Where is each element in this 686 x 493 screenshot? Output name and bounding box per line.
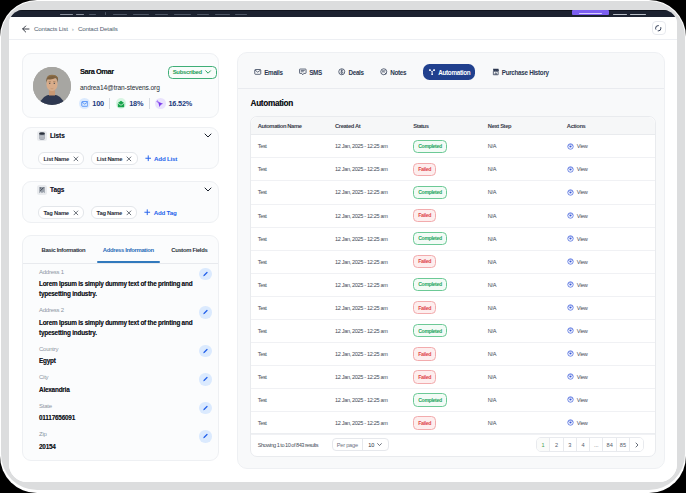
page-button-4[interactable]: 4: [577, 438, 590, 451]
chip: List Name: [91, 152, 137, 165]
remove-chip-icon[interactable]: [126, 156, 132, 162]
status-badge: Completed: [413, 140, 447, 153]
detail-tabs: EmailsSMSDealsNotesAutomationPurchase Hi…: [254, 64, 549, 81]
status-badge: Failed: [413, 347, 436, 360]
add-list-button[interactable]: Add List: [145, 155, 178, 162]
view-button[interactable]: View: [567, 304, 655, 311]
detail-panel: EmailsSMSDealsNotesAutomationPurchase Hi…: [237, 52, 665, 469]
stat-click: 16.52%: [155, 98, 192, 109]
table-row: Test 12 Jan, 2025 - 12:25 am Failed N/A …: [251, 412, 655, 435]
page-button-2[interactable]: 2: [550, 438, 563, 451]
list-chips: List NameList NameAdd List: [38, 152, 212, 165]
eye-icon: [567, 212, 574, 219]
chip-label: List Name: [97, 156, 122, 162]
field-state: State 01117656091: [39, 403, 212, 424]
breadcrumb-contacts-list[interactable]: Contacts List: [34, 25, 68, 32]
chip-label: List Name: [44, 156, 69, 162]
view-button[interactable]: View: [567, 373, 655, 380]
refresh-button[interactable]: [652, 21, 666, 35]
view-button[interactable]: View: [567, 212, 655, 219]
eye-icon: [567, 350, 574, 357]
tab-sms[interactable]: SMS: [299, 68, 322, 76]
page-button-1[interactable]: 1: [537, 438, 550, 451]
cell-name: Test: [258, 374, 335, 380]
chip: Tag Name: [38, 206, 84, 219]
cell-created-at: 12 Jan, 2025 - 12:25 am: [335, 166, 413, 172]
avatar: [33, 67, 71, 105]
cell-name: Test: [258, 328, 335, 334]
chevron-down-icon[interactable]: [204, 187, 212, 192]
status-badge: Failed: [413, 416, 436, 429]
page-button-85[interactable]: 85: [617, 438, 630, 451]
tags-card: Tags Tag NameTag NameAdd Tag: [22, 181, 219, 224]
eye-icon: [567, 281, 574, 288]
table-body: Test 12 Jan, 2025 - 12:25 am Completed N…: [251, 135, 655, 435]
back-arrow-icon[interactable]: [20, 24, 30, 34]
view-button[interactable]: View: [567, 258, 655, 265]
info-tab-basic-information[interactable]: Basic Information: [42, 236, 86, 263]
cell-actions: View: [567, 143, 655, 150]
main-area: Sara Omar andrea14@tran-stevens.org 1001…: [9, 40, 677, 482]
field-value: Egypt: [39, 356, 212, 366]
view-button[interactable]: View: [567, 396, 655, 403]
navbar-upgrade-button[interactable]: [572, 10, 609, 15]
info-tab-custom-fields[interactable]: Custom Fields: [171, 236, 207, 263]
automation-table: Automation NameCreated AtStatusNext Step…: [250, 116, 656, 456]
cell-name: Test: [258, 282, 335, 288]
view-button[interactable]: View: [567, 189, 655, 196]
tags-title: Tags: [50, 186, 64, 193]
cell-name: Test: [258, 166, 335, 172]
view-button[interactable]: View: [567, 281, 655, 288]
column-header: Actions: [567, 123, 655, 129]
tab-notes[interactable]: Notes: [380, 68, 406, 76]
page-button-84[interactable]: 84: [603, 438, 616, 451]
chevron-down-icon[interactable]: [204, 133, 212, 138]
cell-name: Test: [258, 236, 335, 242]
edit-button[interactable]: [199, 373, 212, 386]
cell-next-step: N/A: [488, 236, 567, 242]
remove-chip-icon[interactable]: [126, 210, 132, 216]
next-page-button[interactable]: [630, 438, 643, 451]
tab-purchase-history[interactable]: Purchase History: [492, 68, 549, 76]
tag-icon: [37, 185, 47, 195]
page-button-...[interactable]: ...: [590, 438, 603, 451]
tab-automation[interactable]: Automation: [423, 64, 475, 80]
edit-button[interactable]: [199, 430, 212, 443]
info-fields: Address 1 Lorem Ipsum is simply dummy te…: [39, 269, 212, 461]
view-button[interactable]: View: [567, 166, 655, 173]
view-button[interactable]: View: [567, 235, 655, 242]
status-badge: Failed: [413, 209, 436, 222]
subscribed-dropdown[interactable]: Subscribed: [168, 66, 217, 80]
page: Contacts List › Contact Details: [0, 0, 686, 493]
edit-button[interactable]: [199, 268, 212, 281]
page-button-3[interactable]: 3: [564, 438, 577, 451]
table-row: Test 12 Jan, 2025 - 12:25 am Failed N/A …: [251, 297, 655, 320]
view-button[interactable]: View: [567, 350, 655, 357]
cell-name: Test: [258, 305, 335, 311]
edit-button[interactable]: [199, 402, 212, 415]
add-tag-button[interactable]: Add Tag: [144, 209, 176, 216]
cell-next-step: N/A: [488, 397, 567, 403]
info-tab-address-information[interactable]: Address Information: [103, 236, 154, 263]
view-button[interactable]: View: [567, 419, 655, 426]
cell-status: Failed: [413, 163, 488, 176]
view-button[interactable]: View: [567, 143, 655, 150]
field-label: Address 1: [39, 269, 212, 275]
remove-chip-icon[interactable]: [73, 156, 79, 162]
cell-status: Completed: [413, 393, 488, 406]
cell-actions: View: [567, 396, 655, 403]
cell-actions: View: [567, 373, 655, 380]
status-badge: Failed: [413, 163, 436, 176]
tab-emails[interactable]: Emails: [254, 68, 283, 76]
edit-button[interactable]: [199, 306, 212, 319]
cell-created-at: 12 Jan, 2025 - 12:25 am: [335, 143, 413, 149]
cell-status: Completed: [413, 140, 488, 153]
tab-deals[interactable]: Deals: [338, 68, 363, 76]
table-row: Test 12 Jan, 2025 - 12:25 am Failed N/A …: [251, 343, 655, 366]
cell-actions: View: [567, 419, 655, 426]
view-button[interactable]: View: [567, 327, 655, 334]
per-page-select[interactable]: Per page 10: [332, 438, 389, 451]
remove-chip-icon[interactable]: [73, 210, 79, 216]
cell-status: Failed: [413, 301, 488, 314]
edit-button[interactable]: [199, 345, 212, 358]
